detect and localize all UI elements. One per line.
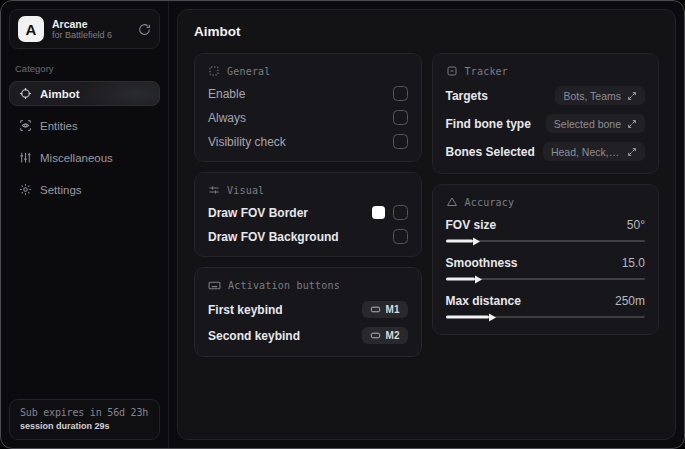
- slider-value: 15.0: [622, 256, 645, 270]
- sidebar-item-label: Entities: [40, 120, 78, 132]
- smoothness-slider[interactable]: [446, 274, 646, 284]
- slider-fill: [446, 278, 476, 281]
- setting-row: Always: [208, 110, 408, 125]
- max-distance-row: Max distance 250m: [446, 294, 646, 322]
- app-name: Arcane: [52, 18, 130, 30]
- setting-row: Targets Bots, Teams: [446, 86, 646, 105]
- expand-icon: [627, 147, 637, 157]
- sidebar-item-entities[interactable]: Entities: [9, 113, 160, 138]
- always-checkbox[interactable]: [393, 110, 408, 125]
- smoothness-row: Smoothness 15.0: [446, 256, 646, 284]
- setting-label: Visibility check: [208, 135, 286, 149]
- session-duration-text: session duration 29s: [20, 421, 149, 431]
- sidebar-item-miscellaneous[interactable]: Miscellaneous: [9, 145, 160, 170]
- scan-eye-icon: [19, 119, 32, 132]
- activation-card-header: Activation buttons: [208, 279, 408, 292]
- category-label: Category: [15, 63, 154, 74]
- sync-icon[interactable]: [138, 23, 151, 36]
- fov-size-slider[interactable]: [446, 236, 646, 246]
- dropdown-value: Head, Neck, Body, Pe..: [551, 146, 621, 158]
- page-title: Aimbot: [194, 24, 659, 39]
- setting-label: Draw FOV Background: [208, 230, 339, 244]
- crosshair-icon: [19, 87, 32, 100]
- setting-label: Always: [208, 111, 246, 125]
- second-keybind-button[interactable]: M2: [362, 327, 408, 344]
- sidebar-item-label: Settings: [40, 184, 82, 196]
- setting-label: Max distance: [446, 294, 521, 308]
- expand-icon: [627, 119, 637, 129]
- sliders-horizontal-icon: [208, 184, 220, 196]
- setting-label: Draw FOV Border: [208, 206, 308, 220]
- app-window: A Arcane for Battlefield 6 Category Aimb…: [0, 0, 685, 449]
- max-distance-slider[interactable]: [446, 312, 646, 322]
- setting-label: Smoothness: [446, 256, 518, 270]
- setting-label: Targets: [446, 89, 488, 103]
- draw-fov-border-checkbox[interactable]: [393, 205, 408, 220]
- right-column: Tracker Targets Bots, Teams Find bone ty…: [432, 53, 660, 335]
- setting-row: Visibility check: [208, 134, 408, 149]
- tracker-card-header: Tracker: [446, 65, 646, 77]
- app-subtitle: for Battlefield 6: [52, 30, 130, 40]
- sidebar-item-label: Miscellaneous: [40, 152, 113, 164]
- slider-fill: [446, 316, 490, 319]
- accuracy-card: Accuracy FOV size 50°: [432, 184, 660, 335]
- setting-row: Draw FOV Border: [208, 205, 408, 220]
- dropdown-value: Bots, Teams: [563, 90, 621, 102]
- first-keybind-button[interactable]: M1: [362, 301, 408, 318]
- setting-label: Bones Selected: [446, 145, 535, 159]
- keybind-value: M1: [386, 304, 400, 315]
- fov-size-row: FOV size 50°: [446, 218, 646, 246]
- mouse-icon: [370, 304, 381, 315]
- subscription-info: Sub expires in 56d 23h session duration …: [9, 399, 160, 440]
- triangle-icon: [446, 196, 458, 208]
- sidebar-item-settings[interactable]: Settings: [9, 177, 160, 202]
- bones-selected-dropdown[interactable]: Head, Neck, Body, Pe..: [543, 142, 645, 161]
- app-logo: A: [18, 16, 44, 42]
- sidebar-item-label: Aimbot: [40, 88, 80, 100]
- slider-value: 250m: [615, 294, 645, 308]
- sidebar: A Arcane for Battlefield 6 Category Aimb…: [1, 1, 169, 448]
- setting-row: Bones Selected Head, Neck, Body, Pe..: [446, 142, 646, 161]
- slider-fill: [446, 240, 474, 243]
- card-title: Tracker: [465, 66, 509, 77]
- dropdown-value: Selected bone: [554, 118, 621, 130]
- setting-label: FOV size: [446, 218, 497, 232]
- setting-row: Enable: [208, 86, 408, 101]
- dashed-square-icon: [208, 65, 220, 77]
- keybind-value: M2: [386, 330, 400, 341]
- box-minus-icon: [446, 65, 458, 77]
- visual-card: Visual Draw FOV Border Draw FOV Backgrou…: [194, 172, 422, 257]
- visual-card-header: Visual: [208, 184, 408, 196]
- app-meta: Arcane for Battlefield 6: [52, 18, 130, 40]
- card-title: Visual: [227, 185, 264, 196]
- slider-head: Max distance 250m: [446, 294, 646, 308]
- tracker-card: Tracker Targets Bots, Teams Find bone ty…: [432, 53, 660, 174]
- slider-head: Smoothness 15.0: [446, 256, 646, 270]
- draw-fov-background-checkbox[interactable]: [393, 229, 408, 244]
- setting-label: First keybind: [208, 303, 283, 317]
- activation-card: Activation buttons First keybind M1 Seco…: [194, 267, 422, 357]
- fov-border-color-swatch[interactable]: [372, 206, 385, 219]
- targets-dropdown[interactable]: Bots, Teams: [555, 86, 645, 105]
- accuracy-card-header: Accuracy: [446, 196, 646, 208]
- control-group: [372, 205, 408, 220]
- visibility-check-checkbox[interactable]: [393, 134, 408, 149]
- gear-icon: [19, 183, 32, 196]
- setting-label: Find bone type: [446, 117, 531, 131]
- sidebar-nav: Aimbot Entities Miscellaneous Settings: [9, 81, 160, 202]
- card-title: Accuracy: [465, 197, 515, 208]
- general-card: General Enable Always Visibility check: [194, 53, 422, 162]
- slider-head: FOV size 50°: [446, 218, 646, 232]
- sidebar-item-aimbot[interactable]: Aimbot: [9, 81, 160, 106]
- card-title: Activation buttons: [228, 280, 340, 291]
- setting-row: First keybind M1: [208, 301, 408, 318]
- general-card-header: General: [208, 65, 408, 77]
- app-header: A Arcane for Battlefield 6: [9, 9, 160, 49]
- setting-label: Second keybind: [208, 329, 300, 343]
- find-bone-type-dropdown[interactable]: Selected bone: [546, 114, 645, 133]
- enable-checkbox[interactable]: [393, 86, 408, 101]
- keyboard-icon: [208, 279, 221, 292]
- slider-value: 50°: [627, 218, 645, 232]
- setting-row: Second keybind M2: [208, 327, 408, 344]
- sliders-vertical-icon: [19, 151, 32, 164]
